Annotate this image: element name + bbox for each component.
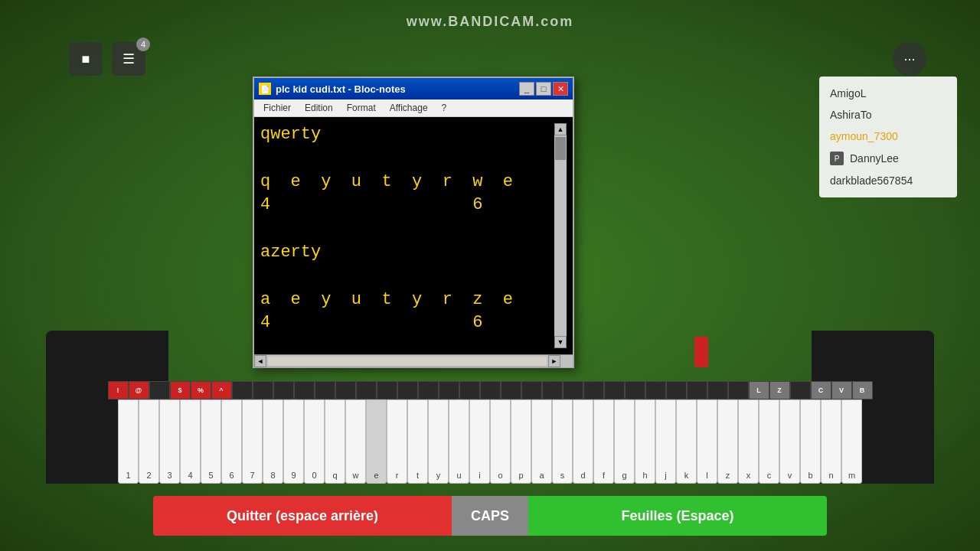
key-label: f bbox=[603, 471, 605, 480]
key-u[interactable]: u bbox=[449, 399, 469, 484]
player-list: AmigoL AshiraTo aymoun_7300 P DannyLee d… bbox=[819, 77, 957, 197]
notification-badge: 4 bbox=[136, 37, 150, 51]
key-label-empty18 bbox=[563, 381, 583, 399]
key-y[interactable]: y bbox=[428, 399, 449, 484]
quit-button[interactable]: Quitter (espace arrière) bbox=[153, 496, 452, 536]
scroll-down-button[interactable]: ▼ bbox=[554, 336, 567, 348]
key-f[interactable]: f bbox=[593, 399, 614, 484]
key-e[interactable]: e bbox=[366, 399, 387, 484]
key-k[interactable]: k bbox=[676, 399, 697, 484]
notepad-title-icon: 📄 bbox=[259, 83, 271, 95]
key-s[interactable]: s bbox=[552, 399, 573, 484]
record-button[interactable]: ■ bbox=[69, 42, 103, 76]
player-item-highlighted: aymoun_7300 bbox=[819, 126, 957, 147]
key-x[interactable]: x bbox=[738, 399, 759, 484]
key-7[interactable]: 7 bbox=[242, 399, 263, 484]
record-icon: ■ bbox=[82, 51, 90, 67]
minimize-button[interactable]: _ bbox=[519, 82, 534, 96]
keyboard-container: ! @ $ % ^ L Z C V B bbox=[0, 381, 980, 484]
player-name: DannyLee bbox=[850, 152, 899, 165]
key-h[interactable]: h bbox=[635, 399, 655, 484]
menu-help[interactable]: ? bbox=[436, 101, 453, 115]
key-label-empty22 bbox=[645, 381, 666, 399]
close-button[interactable]: ✕ bbox=[553, 82, 568, 96]
menu-fichier[interactable]: Fichier bbox=[257, 101, 297, 115]
key-m[interactable]: m bbox=[841, 399, 862, 484]
player-item: AmigoL bbox=[819, 83, 957, 104]
notepad-text[interactable]: qwerty q e y u t y r w e 4 6 azerty a e … bbox=[260, 123, 554, 348]
key-v[interactable]: v bbox=[779, 399, 800, 484]
key-label-empty7 bbox=[335, 381, 356, 399]
key-r[interactable]: r bbox=[387, 399, 407, 484]
key-label-empty15 bbox=[501, 381, 521, 399]
scroll-up-button[interactable]: ▲ bbox=[554, 123, 567, 135]
key-g[interactable]: g bbox=[614, 399, 635, 484]
scroll-left-button[interactable]: ◄ bbox=[254, 355, 266, 367]
player-item: darkblade567854 bbox=[819, 170, 957, 191]
key-label-V: V bbox=[831, 381, 852, 399]
horizontal-scrollbar[interactable]: ◄ ► bbox=[254, 354, 573, 367]
watermark: www.BANDICAM.com bbox=[407, 14, 573, 30]
key-label: 2 bbox=[146, 471, 151, 480]
scroll-thumb[interactable] bbox=[555, 137, 566, 160]
key-i[interactable]: i bbox=[469, 399, 490, 484]
maximize-button[interactable]: □ bbox=[536, 82, 551, 96]
key-label-empty16 bbox=[521, 381, 542, 399]
leaves-button[interactable]: Feuilles (Espace) bbox=[528, 496, 827, 536]
key-3[interactable]: 3 bbox=[159, 399, 180, 484]
key-2[interactable]: 2 bbox=[139, 399, 159, 484]
key-w[interactable]: w bbox=[345, 399, 366, 484]
key-label-B: B bbox=[852, 381, 873, 399]
key-label-exclaim: ! bbox=[108, 381, 129, 399]
key-label-empty23 bbox=[666, 381, 687, 399]
key-9[interactable]: 9 bbox=[283, 399, 304, 484]
scroll-right-button[interactable]: ► bbox=[548, 355, 560, 367]
key-label-dollar: $ bbox=[170, 381, 191, 399]
notifications-button[interactable]: ☰ 4 bbox=[112, 42, 145, 76]
key-label: i bbox=[479, 471, 480, 480]
key-label: m bbox=[848, 471, 855, 480]
menu-dots-icon: ··· bbox=[903, 51, 915, 67]
key-8[interactable]: 8 bbox=[263, 399, 283, 484]
player-name: darkblade567854 bbox=[830, 174, 913, 187]
top-left-controls: ■ ☰ 4 bbox=[69, 42, 145, 76]
key-l[interactable]: l bbox=[697, 399, 717, 484]
key-label: e bbox=[374, 471, 378, 480]
key-p[interactable]: p bbox=[511, 399, 531, 484]
key-label-empty25 bbox=[707, 381, 728, 399]
key-0[interactable]: 0 bbox=[304, 399, 325, 484]
key-label-empty13 bbox=[459, 381, 480, 399]
key-label: b bbox=[808, 471, 812, 480]
hscroll-track bbox=[268, 357, 547, 366]
caps-button[interactable]: CAPS bbox=[452, 496, 528, 536]
key-label: 7 bbox=[250, 471, 254, 480]
key-o[interactable]: o bbox=[490, 399, 511, 484]
key-5[interactable]: 5 bbox=[201, 399, 221, 484]
key-t[interactable]: t bbox=[407, 399, 428, 484]
key-label: 4 bbox=[188, 471, 192, 480]
key-label-L: L bbox=[749, 381, 769, 399]
key-4[interactable]: 4 bbox=[180, 399, 201, 484]
menu-edition[interactable]: Edition bbox=[299, 101, 339, 115]
key-n[interactable]: n bbox=[821, 399, 841, 484]
key-z[interactable]: z bbox=[717, 399, 738, 484]
key-c[interactable]: c bbox=[759, 399, 779, 484]
key-d[interactable]: d bbox=[573, 399, 593, 484]
key-1[interactable]: 1 bbox=[118, 399, 139, 484]
key-label: s bbox=[560, 471, 565, 480]
key-6[interactable]: 6 bbox=[221, 399, 242, 484]
key-j[interactable]: j bbox=[655, 399, 676, 484]
key-b[interactable]: b bbox=[800, 399, 821, 484]
notepad-title: plc kid cudi.txt - Bloc-notes bbox=[276, 83, 514, 95]
key-q[interactable]: q bbox=[325, 399, 345, 484]
menu-affichage[interactable]: Affichage bbox=[384, 101, 434, 115]
key-label-empty3 bbox=[253, 381, 273, 399]
menu-button[interactable]: ··· bbox=[893, 42, 926, 76]
vertical-scrollbar[interactable]: ▲ ▼ bbox=[554, 123, 567, 348]
key-label-empty27 bbox=[790, 381, 811, 399]
menu-format[interactable]: Format bbox=[341, 101, 382, 115]
key-label-empty11 bbox=[418, 381, 439, 399]
notepad-titlebar: 📄 plc kid cudi.txt - Bloc-notes _ □ ✕ bbox=[254, 78, 573, 99]
key-a[interactable]: a bbox=[531, 399, 552, 484]
key-label: a bbox=[539, 471, 544, 480]
